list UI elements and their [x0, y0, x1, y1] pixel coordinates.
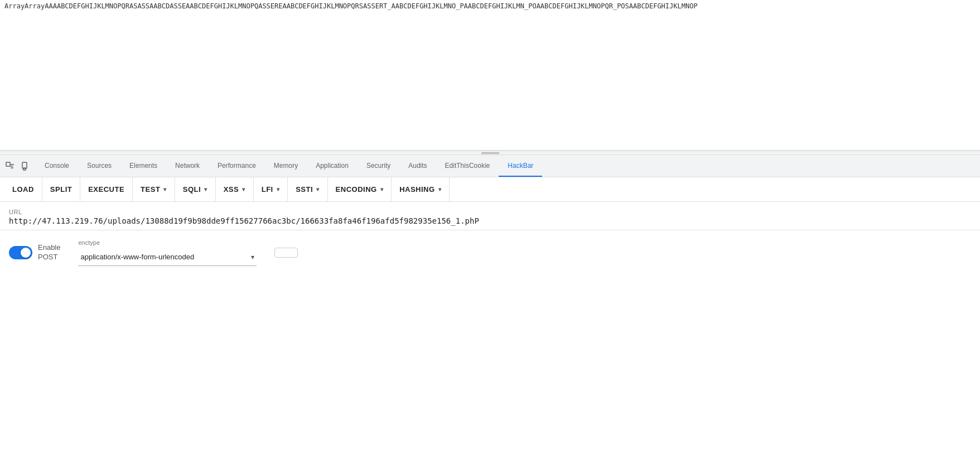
url-value[interactable]: http://47.113.219.76/uploads/13088d19f9b…: [9, 216, 971, 225]
enctype-container: enctype application/x-www-form-urlencode…: [78, 239, 257, 266]
device-toggle-icon[interactable]: [18, 158, 33, 174]
xss-arrow-icon: ▾: [242, 186, 245, 192]
ssti-arrow-icon: ▾: [316, 186, 320, 192]
tab-elements[interactable]: Elements: [120, 155, 166, 177]
encoding-button[interactable]: ENCODING ▾: [328, 177, 392, 201]
enable-post-toggle[interactable]: [9, 246, 32, 259]
url-section: URL http://47.113.219.76/uploads/13088d1…: [0, 202, 980, 230]
drag-lines: [481, 152, 499, 154]
enctype-select[interactable]: application/x-www-form-urlencoded: [78, 248, 257, 266]
tab-performance[interactable]: Performance: [209, 155, 265, 177]
execute-button[interactable]: EXECUTE: [80, 177, 133, 201]
enctype-wrapper: application/x-www-form-urlencoded ▾: [78, 248, 257, 266]
lfi-arrow-icon: ▾: [277, 186, 280, 192]
hashing-button[interactable]: HASHING ▾: [392, 177, 450, 201]
resize-handle[interactable]: [0, 151, 980, 155]
xss-button[interactable]: XSS ▾: [216, 177, 254, 201]
add-header-button[interactable]: [274, 248, 298, 258]
tab-network[interactable]: Network: [166, 155, 209, 177]
tab-sources[interactable]: Sources: [78, 155, 120, 177]
svg-rect-2: [23, 168, 26, 170]
hackbar-toolbar: LOAD SPLIT EXECUTE TEST ▾ SQLI ▾ XSS ▾ L…: [0, 177, 980, 202]
inspect-element-icon[interactable]: [2, 158, 18, 174]
hashing-arrow-icon: ▾: [438, 186, 442, 192]
post-section: EnablePOST enctype application/x-www-for…: [0, 230, 980, 271]
tab-application[interactable]: Application: [307, 155, 358, 177]
load-button[interactable]: LOAD: [4, 177, 42, 201]
tab-editthiscookie[interactable]: EditThisCookie: [436, 155, 499, 177]
tab-memory[interactable]: Memory: [265, 155, 307, 177]
url-label: URL: [9, 209, 971, 215]
split-button[interactable]: SPLIT: [42, 177, 80, 201]
enctype-label: enctype: [78, 239, 257, 246]
tab-console[interactable]: Console: [36, 155, 78, 177]
svg-rect-0: [6, 162, 10, 166]
ssti-button[interactable]: SSTI ▾: [288, 177, 327, 201]
lfi-button[interactable]: LFI ▾: [254, 177, 288, 201]
tab-security[interactable]: Security: [358, 155, 399, 177]
top-content-area: ArrayArrayAAAABCDEFGHIJKLMNOPQRASASSAABC…: [0, 0, 980, 151]
test-button[interactable]: TEST ▾: [133, 177, 175, 201]
encoding-arrow-icon: ▾: [380, 186, 384, 192]
top-content-text: ArrayArrayAAAABCDEFGHIJKLMNOPQRASASSAABC…: [4, 2, 976, 10]
toggle-knob: [21, 248, 31, 258]
tab-audits[interactable]: Audits: [399, 155, 436, 177]
enable-post-container: EnablePOST: [9, 243, 60, 262]
enable-post-label: EnablePOST: [38, 243, 60, 262]
devtools-tab-bar: Console Sources Elements Network Perform…: [0, 155, 980, 177]
sqli-arrow-icon: ▾: [204, 186, 207, 192]
devtools-tab-list: Console Sources Elements Network Perform…: [36, 155, 542, 177]
test-arrow-icon: ▾: [163, 186, 167, 192]
body-section: [0, 271, 980, 286]
tab-hackbar[interactable]: HackBar: [499, 155, 542, 177]
sqli-button[interactable]: SQLI ▾: [175, 177, 216, 201]
